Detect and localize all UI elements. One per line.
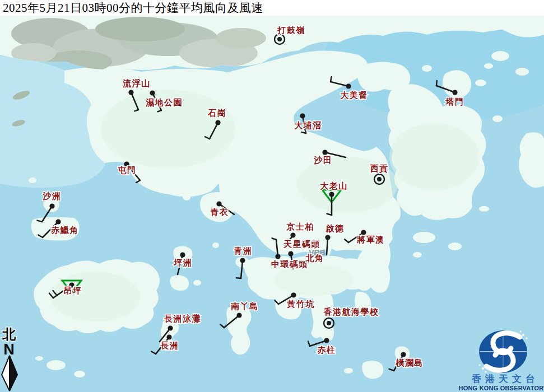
- station-label: 西貢: [370, 164, 389, 174]
- station-label: 黃竹坑: [286, 300, 315, 309]
- station-label: 中環碼頭: [271, 260, 308, 269]
- compass-north-letter: N: [3, 341, 15, 358]
- map-canvas: 打鼓嶺流浮山濕地公園石崗大埔滘大美督塔門沙田西貢大老山屯門沙洲赤鱲角青衣京士柏啟…: [0, 0, 544, 392]
- station-label: 沙田: [314, 156, 333, 165]
- station-dot: [291, 292, 296, 297]
- station-dot: [275, 254, 280, 259]
- station-dot: [49, 203, 54, 208]
- station-label: 南丫島: [230, 302, 259, 311]
- station-dot: [377, 177, 382, 181]
- station-dot: [168, 325, 173, 330]
- station-dot: [166, 334, 171, 339]
- station-label: 長洲泳灘: [164, 314, 201, 323]
- station-label: 濕地公園: [145, 98, 183, 107]
- station-dot: [277, 37, 282, 41]
- station-dot: [452, 90, 457, 95]
- station-label: 香港航海學校: [323, 307, 379, 316]
- station-label: 青洲: [234, 246, 253, 255]
- station-dot: [329, 192, 334, 197]
- station-dot: [322, 150, 327, 155]
- logo-name-chinese: 香港天文台: [471, 374, 539, 384]
- station-dot: [215, 120, 220, 125]
- station-dot: [290, 232, 295, 237]
- station-dot: [180, 252, 185, 257]
- station-label: 沙洲: [43, 192, 62, 200]
- wind-barb-feather: [236, 278, 241, 278]
- station-dot: [288, 251, 293, 256]
- station-dot: [324, 338, 329, 343]
- map-title: 2025年5月21日03時00分的十分鐘平均風向及風速: [0, 0, 544, 16]
- logo-name-english: HONG KONG OBSERVATORY: [459, 385, 544, 391]
- station-label: 赤鱲角: [50, 226, 79, 235]
- station-label: 京士柏: [286, 222, 314, 231]
- station-label: 啟德: [326, 224, 345, 233]
- wind-barb-feather: [331, 77, 332, 82]
- station-label: 長洲: [160, 341, 179, 350]
- station-label: 大埔滘: [294, 121, 322, 130]
- station-label: 流浮山: [122, 78, 151, 88]
- station-dot: [240, 258, 245, 263]
- station-dot: [325, 235, 330, 240]
- station-label: 昂坪: [64, 286, 82, 295]
- station-label: 大老山: [320, 181, 348, 190]
- station-dot: [361, 230, 366, 235]
- station-label: 屯門: [118, 166, 137, 175]
- station-label: 北角: [305, 254, 324, 263]
- station-dot: [346, 83, 351, 88]
- station-dot: [236, 312, 241, 318]
- station-dot: [128, 90, 133, 95]
- station-label: 塔門: [445, 97, 464, 106]
- station-label: 將軍澳: [356, 235, 385, 244]
- station-dot: [300, 113, 305, 118]
- station-dot: [150, 90, 155, 95]
- station-label: 坪洲: [174, 258, 193, 267]
- station-label: 打鼓嶺: [277, 26, 305, 35]
- station-label: 石崗: [208, 109, 227, 118]
- station-label: 大美督: [340, 90, 368, 100]
- wind-barb-feather: [436, 81, 437, 86]
- station-dot: [216, 201, 221, 206]
- station-dot: [401, 352, 406, 357]
- title-bar: 2025年5月21日03時00分的十分鐘平均風向及風速: [0, 0, 544, 16]
- station-dot: [55, 219, 61, 224]
- station-label: 青衣: [210, 207, 229, 217]
- station-label: 赤柱: [317, 346, 336, 354]
- wind-map-page: 打鼓嶺流浮山濕地公園石崗大埔滘大美督塔門沙田西貢大老山屯門沙洲赤鱲角青衣京士柏啟…: [0, 0, 544, 392]
- station-label: 橫瀾島: [395, 358, 424, 367]
- compass-north-cjk: 北: [2, 327, 16, 342]
- station-dot: [327, 321, 331, 325]
